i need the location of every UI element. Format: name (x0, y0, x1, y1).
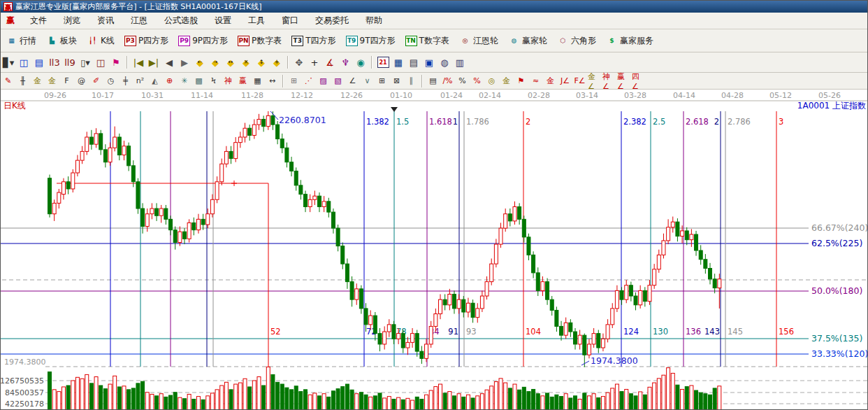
grid-square-2-tool[interactable]: ⊠ (390, 76, 403, 87)
si-angle-tool[interactable]: 四∠ (632, 76, 645, 87)
nine-t-square-button[interactable]: T99T四方形 (342, 33, 399, 49)
v-expand-button[interactable]: ◆↕ (254, 56, 268, 69)
notes-button[interactable]: ▤ (407, 56, 421, 69)
kline-chart[interactable]: 09-2610-1710-3111-1411-2812-1212-2601-10… (1, 90, 868, 410)
wave-line-tool[interactable]: ≈ (529, 76, 542, 87)
box-tool[interactable]: ⊞ (287, 76, 301, 87)
gann-marker-button[interactable]: ♆ (338, 56, 352, 69)
gold-red-tool[interactable]: 金 (544, 76, 557, 87)
gold-level-tool[interactable]: 金 (500, 76, 513, 87)
h-compress-button[interactable]: ◆× (239, 56, 253, 69)
calculator-button[interactable]: ▦ (391, 56, 405, 69)
h-expand-button[interactable]: ◆↔ (224, 56, 238, 69)
menu-item-7[interactable]: 窗口 (273, 14, 307, 27)
wave-angle-tool[interactable]: ∨ (361, 76, 374, 87)
first-page-button[interactable]: |◀ (131, 56, 145, 69)
kline-button[interactable]: ╽╿K线 (83, 33, 118, 49)
print-button[interactable]: ▥ (453, 56, 467, 69)
export-disk-button[interactable]: ◍ (437, 56, 451, 69)
star-web-tool[interactable]: ✳ (178, 76, 191, 87)
pattern-window-button[interactable]: ◫ (17, 56, 31, 69)
p-number-table-button[interactable]: PNP数字表 (234, 33, 285, 49)
time-circle-tool[interactable]: ◷ (104, 76, 117, 87)
j-angle-tool[interactable]: J∠ (558, 76, 572, 87)
ruler-table-tool[interactable]: ▦ (251, 76, 264, 87)
nine-p-square-button[interactable]: P99P四方形 (175, 33, 231, 49)
grid-square-tool[interactable]: ⊞ (375, 76, 389, 87)
candle-style-button[interactable]: ▊▾ (1, 56, 15, 69)
menu-item-1[interactable]: 浏览 (55, 14, 89, 27)
menu-item-9[interactable]: 帮助 (357, 14, 391, 27)
last-page-button[interactable]: ▶| (147, 56, 161, 69)
shen-angle-tool[interactable]: 神∠ (602, 76, 616, 87)
slope-percent-tool[interactable]: /% (441, 76, 454, 87)
prev-page-button[interactable]: ◀ (162, 56, 176, 69)
menu-item-2[interactable]: 资讯 (89, 14, 122, 27)
fibonacci-tool[interactable]: F (60, 76, 73, 87)
volume-bar (685, 387, 688, 410)
title-bar[interactable]: 赢 赢家江恩专业版[赢家内部服务平台] - [上证指数 SH1A0001-167… (1, 1, 867, 13)
t-square-button[interactable]: T3T四方形 (288, 33, 339, 49)
bars-3-button[interactable]: ll3 (48, 56, 62, 69)
gann-wheel-button[interactable]: ◎江恩轮 (456, 33, 502, 49)
gold-circle-tool[interactable]: ◎ (485, 76, 498, 87)
main-toolbar: ▦行情▙板块╽╿K线P3P四方形P99P四方形PNP数字表T3T四方形T99T四… (1, 29, 867, 52)
full-expand-button[interactable]: ◆+ (270, 56, 284, 69)
percent-level-tool[interactable]: % (470, 76, 484, 87)
menu-item-8[interactable]: 交易委托 (307, 14, 357, 27)
candle-body (569, 323, 572, 332)
quotes-button[interactable]: ▦行情 (2, 33, 40, 49)
k-wave-tool[interactable]: Ϟ (207, 76, 220, 87)
menu-item-6[interactable]: 工具 (240, 14, 273, 27)
bars-9-button[interactable]: ll9 (63, 56, 77, 69)
menu-item-0[interactable]: 文件 (22, 14, 55, 27)
calendar-button[interactable]: 21 (376, 56, 390, 69)
shift-left-button[interactable]: ◆← (193, 56, 207, 69)
shift-right-button[interactable]: ◆→ (208, 56, 222, 69)
width-measure-tool[interactable]: ↔ (266, 76, 279, 87)
percent-table-tool[interactable]: ▤ (426, 76, 440, 87)
flag-mark-tool[interactable]: ⚑ (514, 76, 528, 87)
winner-wheel-button[interactable]: ◍赢家轮 (505, 33, 551, 49)
fan-box-2-tool[interactable]: ▧ (331, 76, 345, 87)
p-square-button[interactable]: P3P四方形 (121, 33, 172, 49)
ying-angle-tool[interactable]: 赢∠ (617, 76, 630, 87)
pencil-ruler-tool[interactable]: ✐ (89, 76, 103, 87)
ying-tool[interactable]: 赢 (236, 76, 249, 87)
n-square-tool[interactable]: n² (133, 76, 147, 87)
color-flag-button[interactable]: ⚑ (109, 56, 123, 69)
gold-section-tool[interactable]: 金 (31, 76, 44, 87)
parallel-lines-tool[interactable]: ∥ (405, 76, 418, 87)
gann-tick-tool[interactable]: ╫ (16, 76, 29, 87)
fan-rays-tool[interactable]: ⋰ (302, 76, 315, 87)
shen-tool[interactable]: 神 (222, 76, 235, 87)
menu-item-4[interactable]: 公式选股 (156, 14, 206, 27)
sectors-button[interactable]: ▙板块 (43, 33, 80, 49)
menu-item-3[interactable]: 江恩 (122, 14, 156, 27)
spiral-tool[interactable]: @ (75, 76, 88, 87)
next-page-button[interactable]: ▶ (178, 56, 191, 69)
crosshair-tool-button[interactable]: + (308, 56, 321, 69)
hand-tool-button[interactable]: ✥ (292, 56, 306, 69)
circle-target-tool[interactable]: ⊕ (163, 76, 176, 87)
menu-item-5[interactable]: 设置 (206, 14, 240, 27)
web-grid-tool[interactable]: ▩ (192, 76, 205, 87)
hexagon-button[interactable]: ⬡六角形 (554, 33, 600, 49)
tick-ruler-tool[interactable]: ╪ (119, 76, 132, 87)
save-button[interactable]: ▣ (422, 56, 436, 69)
gold-angle-tool[interactable]: 金∠ (588, 76, 601, 87)
angle-tool-button[interactable]: ∡ (323, 56, 337, 69)
pencil-tool[interactable]: ✎ (1, 76, 15, 87)
mirror-tool[interactable]: ◭ (148, 76, 161, 87)
cycle-tool-button[interactable]: ◉ (354, 56, 368, 69)
t-number-table-button[interactable]: TNT数字表 (402, 33, 453, 49)
pattern-2-button[interactable]: ◫ (94, 56, 108, 69)
fan-box-tool[interactable]: ▨ (317, 76, 330, 87)
winner-service-button[interactable]: $赢家服务 (602, 33, 657, 49)
gold-section-2-tool[interactable]: 金 (45, 76, 59, 87)
angle-rays-tool[interactable]: ∠ (346, 76, 359, 87)
info-board-button[interactable]: ▤ (32, 56, 46, 69)
f-angle-tool[interactable]: F∠ (573, 76, 586, 87)
candle-period-button[interactable]: ▯▾ (78, 56, 92, 69)
percent-tool[interactable]: % (456, 76, 469, 87)
